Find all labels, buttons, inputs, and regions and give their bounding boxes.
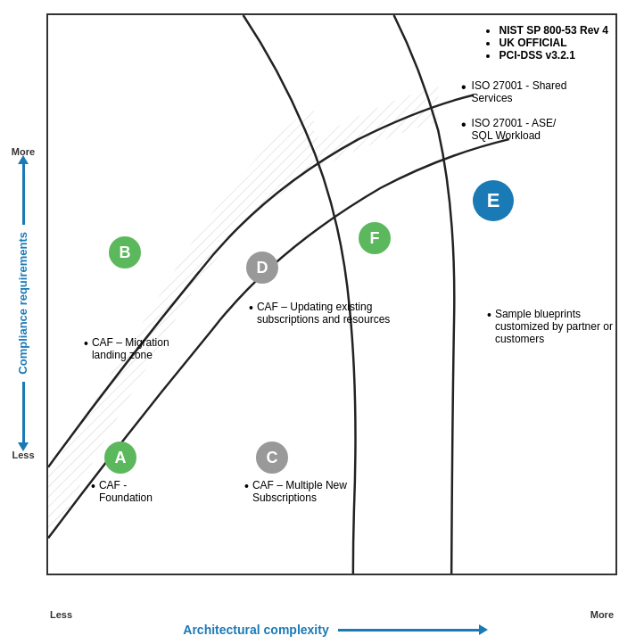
badge-B: B [109, 236, 141, 268]
standard-uk: UK OFFICIAL [499, 37, 608, 49]
standards-list: NIST SP 800-53 Rev 4 UK OFFICIAL PCI-DSS… [483, 24, 608, 62]
y-axis-container: More Compliance requirements Less [4, 27, 42, 580]
caf-updating-text: CAF – Updating existing subscriptions an… [257, 301, 405, 326]
badge-D: D [246, 252, 278, 284]
iso-bullet-2: • [461, 117, 466, 142]
standard-pci: PCI-DSS v3.2.1 [499, 49, 608, 62]
caf-migration-annotation: • CAF – Migration landing zone [84, 336, 200, 361]
iso-item-2: • ISO 27001 - ASE/SQL Workload [461, 117, 608, 142]
x-axis-more-label: More [590, 609, 614, 620]
badge-C: C [256, 442, 288, 474]
y-axis-arrowhead-up [18, 155, 29, 164]
y-axis-down-arrow [22, 382, 25, 444]
badge-E: E [473, 180, 514, 221]
caf-foundation-annotation: • CAF -Foundation [91, 479, 153, 504]
badge-F: F [359, 222, 391, 254]
chart-area: NIST SP 800-53 Rev 4 UK OFFICIAL PCI-DSS… [46, 13, 617, 575]
sample-blueprints-text: Sample blueprints customized by partner … [495, 308, 615, 345]
badge-A: A [104, 442, 136, 474]
caf-multiple-annotation: • CAF – Multiple New Subscriptions [244, 479, 387, 504]
x-axis-container: Less More Architectural complexity [46, 609, 617, 637]
x-axis-minmax: Less More [46, 609, 617, 620]
x-axis-arrow-line [338, 629, 481, 632]
x-axis-title-row: Architectural complexity [46, 623, 617, 637]
iso-item-1: • ISO 27001 - Shared Services [461, 79, 608, 104]
caf-updating-annotation: • CAF – Updating existing subscriptions … [249, 301, 405, 326]
iso-items: • ISO 27001 - Shared Services • ISO 2700… [461, 79, 608, 142]
iso-label-1: ISO 27001 - Shared Services [472, 79, 608, 104]
y-axis-up-arrow [22, 162, 25, 225]
caf-migration-text: CAF – Migration landing zone [92, 336, 200, 361]
y-axis-arrowhead-down [18, 442, 29, 451]
standard-nist: NIST SP 800-53 Rev 4 [499, 24, 608, 37]
caf-multiple-text: CAF – Multiple New Subscriptions [252, 479, 387, 504]
caf-foundation-text: CAF -Foundation [99, 479, 153, 504]
y-axis-label: Compliance requirements [16, 232, 31, 375]
iso-bullet-1: • [461, 79, 466, 104]
page: More Compliance requirements Less [0, 0, 644, 644]
x-axis-title: Architectural complexity [183, 623, 328, 637]
x-axis-less-label: Less [50, 609, 72, 620]
iso-label-2: ISO 27001 - ASE/SQL Workload [472, 117, 557, 142]
x-axis-arrowhead [479, 624, 488, 635]
sample-blueprints-annotation: • Sample blueprints customized by partne… [487, 308, 615, 345]
